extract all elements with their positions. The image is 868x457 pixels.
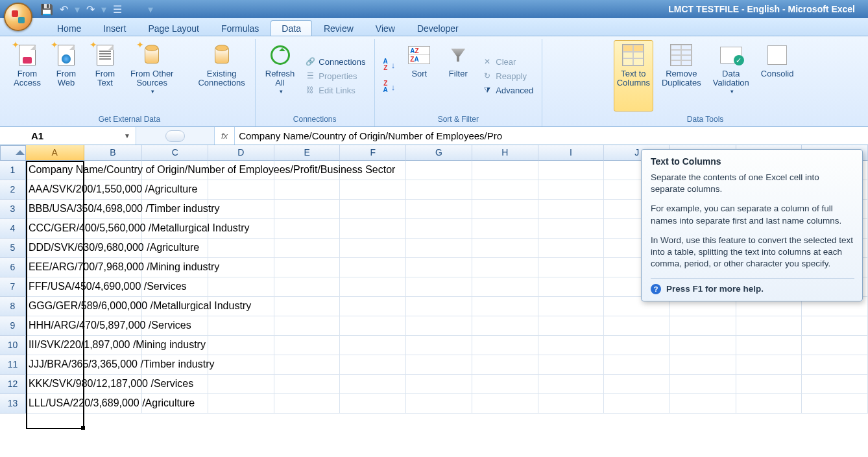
- reapply-button[interactable]: ↻Reapply: [480, 70, 535, 82]
- sort-asc-button[interactable]: AZ↓: [381, 58, 398, 72]
- data-validation-button[interactable]: Data Validation: [710, 40, 753, 111]
- qat-undo-icon[interactable]: ↶: [60, 3, 68, 16]
- cell-D7[interactable]: [208, 277, 274, 297]
- cell-A2[interactable]: AAA/SVK/200/1,550,000 /Agriculture: [26, 180, 84, 200]
- cell-M11[interactable]: [802, 355, 868, 375]
- cell-I3[interactable]: [538, 200, 605, 219]
- qat-customize-dd[interactable]: ▾: [148, 3, 153, 16]
- cell-H3[interactable]: [472, 200, 538, 219]
- tab-page-layout[interactable]: Page Layout: [138, 21, 210, 36]
- cell-H13[interactable]: [472, 394, 538, 414]
- cell-F9[interactable]: [340, 316, 406, 336]
- cell-H2[interactable]: [472, 180, 538, 200]
- cell-I9[interactable]: [538, 316, 605, 336]
- row-header[interactable]: 3: [0, 200, 26, 219]
- cell-E4[interactable]: [274, 219, 341, 239]
- cell-E13[interactable]: [274, 394, 341, 414]
- row-header[interactable]: 4: [0, 219, 26, 239]
- cell-A5[interactable]: DDD/SVK/630/9,680,000 /Agriculture: [26, 239, 84, 258]
- office-button[interactable]: [4, 3, 32, 31]
- cell-G7[interactable]: [406, 277, 472, 297]
- cell-I8[interactable]: [538, 297, 605, 316]
- qat-print-icon[interactable]: ☰: [113, 3, 122, 16]
- cell-M13[interactable]: [802, 394, 868, 414]
- cell-H7[interactable]: [472, 277, 538, 297]
- cell-H9[interactable]: [472, 316, 538, 336]
- cell-A4[interactable]: CCC/GER/400/5,560,000 /Metallurgical Ind…: [26, 219, 84, 239]
- col-header-I[interactable]: I: [538, 145, 605, 161]
- col-header-E[interactable]: E: [274, 145, 341, 161]
- cell-H6[interactable]: [472, 258, 538, 277]
- row-header[interactable]: 11: [0, 355, 26, 375]
- cell-A13[interactable]: LLL/USA/220/3,689,000 /Agriculture: [26, 394, 84, 414]
- cell-A12[interactable]: KKK/SVK/980/12,187,000 /Services: [26, 375, 84, 394]
- properties-button[interactable]: ☰Properties: [303, 70, 367, 82]
- formula-input[interactable]: Company Name/Country of Origin/Number of…: [235, 130, 868, 141]
- cell-A6[interactable]: EEE/ARG/700/7,968,000 /Mining industry: [26, 258, 84, 277]
- cell-J12[interactable]: [604, 375, 670, 394]
- cell-G3[interactable]: [406, 200, 472, 219]
- tab-view[interactable]: View: [365, 21, 405, 36]
- cell-K12[interactable]: [670, 375, 736, 394]
- row-header[interactable]: 9: [0, 316, 26, 336]
- clear-button[interactable]: ✕Clear: [480, 56, 535, 67]
- cell-I5[interactable]: [538, 239, 605, 258]
- cell-M10[interactable]: [802, 336, 868, 355]
- cell-G13[interactable]: [406, 394, 472, 414]
- from-other-sources-button[interactable]: ✦ From Other Sources: [127, 40, 176, 111]
- cell-E3[interactable]: [274, 200, 341, 219]
- sort-button[interactable]: AZZA Sort: [402, 40, 436, 111]
- filter-button[interactable]: Filter: [441, 40, 475, 111]
- cell-G11[interactable]: [406, 355, 472, 375]
- cell-A7[interactable]: FFF/USA/450/4,690,000 /Services: [26, 277, 84, 297]
- cell-E12[interactable]: [274, 375, 341, 394]
- row-header[interactable]: 1: [0, 161, 26, 180]
- col-header-G[interactable]: G: [406, 145, 472, 161]
- from-access-button[interactable]: ✦ From Access: [10, 40, 44, 111]
- col-header-C[interactable]: C: [142, 145, 208, 161]
- cell-A8[interactable]: GGG/GER/589/6,000,000 /Metallurgical Ind…: [26, 297, 84, 316]
- cell-D11[interactable]: [208, 355, 274, 375]
- sort-desc-button[interactable]: ZA↓: [381, 80, 398, 94]
- cell-G10[interactable]: [406, 336, 472, 355]
- tab-insert[interactable]: Insert: [93, 21, 136, 36]
- cell-I11[interactable]: [538, 355, 605, 375]
- tab-home[interactable]: Home: [47, 21, 91, 36]
- cell-F4[interactable]: [340, 219, 406, 239]
- cell-F5[interactable]: [340, 239, 406, 258]
- cell-L9[interactable]: [736, 316, 802, 336]
- cell-A3[interactable]: BBB/USA/350/4,698,000 /Timber industry: [26, 200, 84, 219]
- col-header-A[interactable]: A: [26, 145, 84, 161]
- row-header[interactable]: 12: [0, 375, 26, 394]
- refresh-all-button[interactable]: Refresh All: [262, 40, 298, 111]
- cell-E6[interactable]: [274, 258, 341, 277]
- cell-H10[interactable]: [472, 336, 538, 355]
- cell-E2[interactable]: [274, 180, 341, 200]
- qat-undo-dd[interactable]: ▾: [75, 3, 80, 16]
- cell-F8[interactable]: [340, 297, 406, 316]
- cell-G12[interactable]: [406, 375, 472, 394]
- cell-H5[interactable]: [472, 239, 538, 258]
- cell-M12[interactable]: [802, 375, 868, 394]
- text-to-columns-button[interactable]: Text to Columns: [614, 40, 653, 111]
- cell-I7[interactable]: [538, 277, 605, 297]
- col-header-B[interactable]: B: [84, 145, 143, 161]
- cell-E8[interactable]: [274, 297, 341, 316]
- cell-E5[interactable]: [274, 239, 341, 258]
- cell-A1[interactable]: Company Name/Country of Origin/Number of…: [26, 161, 84, 180]
- cancel-oval[interactable]: [165, 130, 185, 142]
- cell-F10[interactable]: [340, 336, 406, 355]
- tab-review[interactable]: Review: [313, 21, 364, 36]
- cell-J9[interactable]: [604, 316, 670, 336]
- cell-G4[interactable]: [406, 219, 472, 239]
- cell-J11[interactable]: [604, 355, 670, 375]
- consolidate-button[interactable]: Consolid: [758, 40, 797, 111]
- connections-button[interactable]: 🔗Connections: [303, 56, 367, 67]
- from-text-button[interactable]: ✦ From Text: [88, 40, 122, 111]
- cell-H1[interactable]: [472, 161, 538, 180]
- cell-H8[interactable]: [472, 297, 538, 316]
- row-header[interactable]: 5: [0, 239, 26, 258]
- cell-L13[interactable]: [736, 394, 802, 414]
- cell-G1[interactable]: [406, 161, 472, 180]
- cell-A11[interactable]: JJJ/BRA/365/3,365,000 /Timber industry: [26, 355, 84, 375]
